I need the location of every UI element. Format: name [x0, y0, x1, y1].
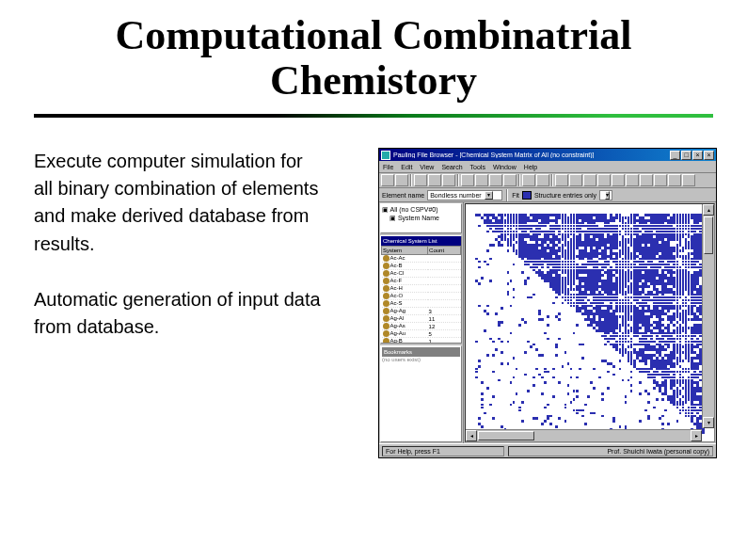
para1-line3: and make derived database from: [34, 202, 371, 230]
list-item-count: 3: [428, 308, 461, 315]
maximize-icon[interactable]: □: [681, 151, 691, 160]
list-item-count: [428, 263, 461, 270]
scroll-left-icon[interactable]: ◂: [466, 430, 477, 441]
menu-view[interactable]: View: [420, 164, 434, 170]
toolbar-button[interactable]: [442, 174, 455, 186]
toolbar-button[interactable]: [612, 174, 625, 186]
list-item-count: [428, 270, 461, 278]
divider-bar: [34, 114, 713, 118]
status-help: For Help, press F1: [382, 446, 504, 456]
toolbar-button[interactable]: [555, 174, 568, 186]
list-item[interactable]: Ag-Au: [382, 330, 428, 338]
left-sidebar: ▣ All (no CSPV#0) ▣ System Name Chemical…: [379, 202, 464, 443]
para2-line1: Automatic generation of input data: [34, 286, 371, 313]
toolbar-button[interactable]: [522, 174, 535, 186]
list-col-count[interactable]: Count: [428, 247, 461, 255]
list-col-system[interactable]: System: [382, 247, 428, 255]
toolbar-button[interactable]: [414, 174, 427, 186]
system-list-panel[interactable]: Chemical System List System Count Ac-AcA…: [380, 235, 462, 344]
list-item-count: 12: [428, 323, 461, 330]
list-item[interactable]: Ac-O: [382, 293, 428, 300]
list-item[interactable]: Ag-B: [382, 338, 428, 344]
scrollbar-horizontal[interactable]: ◂ ▸: [466, 429, 702, 441]
toolbar-separator: [457, 174, 459, 186]
chevron-down-icon[interactable]: ▾: [605, 191, 610, 200]
menu-bar[interactable]: File Edit View Search Tools Window Help: [379, 161, 716, 173]
toolbar-button[interactable]: [428, 174, 441, 186]
menu-search[interactable]: Search: [441, 164, 462, 170]
toolbar-button[interactable]: [381, 174, 394, 186]
element-combo-value: Bondless number: [430, 192, 481, 199]
list-item-count: [428, 255, 461, 263]
list-item[interactable]: Ac-H: [382, 285, 428, 293]
list-item[interactable]: Ac-Ac: [382, 255, 428, 263]
tree-panel[interactable]: ▣ All (no CSPV#0) ▣ System Name: [380, 203, 462, 233]
menu-help[interactable]: Help: [524, 164, 537, 170]
para1-line1: Execute computer simulation for: [34, 148, 371, 175]
toolbar-button[interactable]: [536, 174, 549, 186]
scrollbar-vertical[interactable]: ▴ ▾: [702, 204, 714, 428]
para1-line2: all binary combination of elements: [34, 175, 371, 202]
structure-label: Structure entries only: [534, 192, 596, 199]
para1-line4: results.: [34, 231, 371, 258]
slide-title: Computational Combinatrial Chemistory: [34, 13, 713, 103]
toolbar-button[interactable]: [597, 174, 611, 186]
list-item[interactable]: Ac-F: [382, 278, 428, 285]
list-item-count: [428, 285, 461, 293]
scroll-down-icon[interactable]: ▾: [703, 417, 714, 428]
element-label: Element name: [382, 192, 424, 199]
list-item[interactable]: Ag-Ag: [382, 308, 428, 315]
menu-edit[interactable]: Edit: [401, 164, 412, 170]
toolbar-button[interactable]: [395, 174, 408, 186]
fit-combo[interactable]: ▾: [599, 190, 612, 200]
screenshot-app-window: Pauling File Browser - [Chemical System …: [378, 148, 717, 458]
toolbar-button[interactable]: [489, 174, 502, 186]
toolbar-button[interactable]: [654, 174, 667, 186]
list-header: Chemical System List: [381, 236, 461, 246]
toolbar-separator: [410, 174, 412, 186]
toolbar-separator: [518, 174, 520, 186]
scroll-up-icon[interactable]: ▴: [703, 204, 714, 216]
mdi-close-icon[interactable]: ×: [704, 151, 714, 160]
list-item[interactable]: Ac-Cl: [382, 270, 428, 278]
list-item-count: [428, 278, 461, 285]
toolbar-button[interactable]: [626, 174, 639, 186]
color-swatch-blue[interactable]: [522, 191, 532, 200]
scroll-thumb[interactable]: [704, 216, 713, 254]
element-combo[interactable]: Bondless number ▾: [427, 190, 502, 200]
list-item-count: [428, 300, 461, 308]
toolbar-button[interactable]: [583, 174, 596, 186]
toolbar: [379, 173, 716, 188]
list-item[interactable]: Ag-Al: [382, 315, 428, 323]
matrix-view[interactable]: ▴ ▾ ◂ ▸: [465, 203, 715, 442]
list-item-count: [428, 293, 461, 300]
menu-tools[interactable]: Tools: [470, 164, 485, 170]
bookmarks-panel[interactable]: Bookmarks (no users exist): [380, 345, 462, 442]
list-item-count: 5: [428, 330, 461, 338]
toolbar-button[interactable]: [475, 174, 488, 186]
chevron-down-icon[interactable]: ▾: [485, 191, 493, 200]
status-bar: For Help, press F1 Prof. Shuichi Iwata (…: [379, 443, 716, 457]
tree-root[interactable]: All (no CSPV#0): [390, 206, 438, 213]
toolbar-button[interactable]: [640, 174, 653, 186]
list-item[interactable]: Ag-As: [382, 323, 428, 330]
scroll-thumb[interactable]: [478, 431, 534, 440]
toolbar-button[interactable]: [569, 174, 582, 186]
toolbar-button[interactable]: [668, 174, 681, 186]
list-item[interactable]: Ac-S: [382, 300, 428, 308]
menu-window[interactable]: Window: [493, 164, 517, 170]
list-item-count: 1: [428, 338, 461, 344]
scroll-right-icon[interactable]: ▸: [691, 430, 702, 441]
toolbar-separator: [506, 189, 508, 201]
toolbar-button[interactable]: [503, 174, 517, 186]
toolbar-separator: [551, 174, 553, 186]
toolbar-button[interactable]: [461, 174, 474, 186]
toolbar-button[interactable]: [682, 174, 695, 186]
window-titlebar[interactable]: Pauling File Browser - [Chemical System …: [379, 149, 716, 161]
list-item[interactable]: Ac-B: [382, 263, 428, 270]
menu-file[interactable]: File: [383, 164, 393, 170]
minimize-icon[interactable]: _: [670, 151, 680, 160]
close-icon[interactable]: ×: [692, 151, 703, 160]
tree-child[interactable]: System Name: [398, 215, 439, 221]
bookmarks-empty: (no users exist): [382, 357, 460, 362]
